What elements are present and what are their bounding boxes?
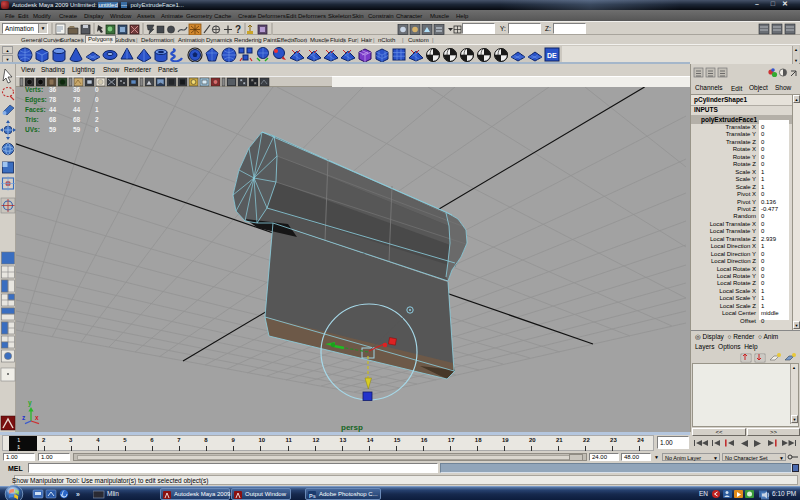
svg-text:?: ? (235, 24, 241, 35)
svg-text:»: » (76, 491, 80, 498)
svg-text:Tris:: Tris: (25, 116, 39, 123)
svg-text:78: 78 (73, 96, 81, 103)
svg-text:Faces:: Faces: (25, 106, 46, 113)
svg-text:x: x (35, 414, 39, 421)
svg-text:DE: DE (547, 52, 557, 59)
svg-text:Ps: Ps (309, 492, 316, 498)
svg-text:44: 44 (49, 106, 57, 113)
svg-text:1: 1 (95, 106, 99, 113)
svg-text:59: 59 (49, 126, 57, 133)
svg-text:44: 44 (73, 106, 81, 113)
svg-text:0: 0 (95, 96, 99, 103)
svg-text:y: y (28, 399, 32, 407)
svg-text:2: 2 (95, 116, 99, 123)
svg-text:0: 0 (95, 126, 99, 133)
svg-text:68: 68 (73, 116, 81, 123)
svg-text:persp: persp (341, 423, 363, 432)
svg-text:68: 68 (49, 116, 57, 123)
svg-text:Edges:: Edges: (25, 96, 47, 104)
svg-text:78: 78 (49, 96, 57, 103)
svg-text:UVs:: UVs: (25, 126, 40, 133)
svg-text:59: 59 (73, 126, 81, 133)
